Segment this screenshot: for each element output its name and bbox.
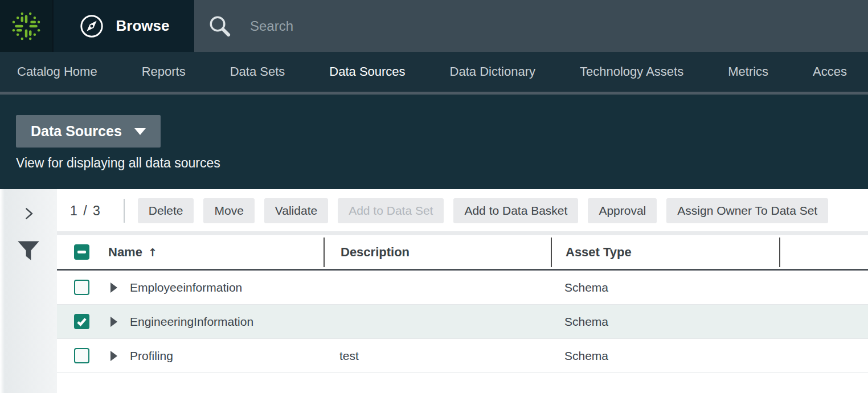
caret-down-icon bbox=[134, 128, 146, 135]
column-header-empty bbox=[779, 238, 868, 267]
app-logo[interactable] bbox=[0, 0, 52, 52]
row-asset-type: Schema bbox=[564, 315, 608, 329]
nav-item-reports[interactable]: Reports bbox=[142, 52, 186, 92]
column-header-name[interactable]: Name ↑ bbox=[108, 245, 324, 260]
filter-button[interactable] bbox=[17, 240, 40, 262]
sidebar-expand-button[interactable] bbox=[21, 206, 36, 221]
indeterminate-icon bbox=[77, 251, 86, 253]
nav-item-data-sets[interactable]: Data Sets bbox=[230, 52, 285, 92]
add-to-data-set-button: Add to Data Set bbox=[338, 198, 444, 223]
bulk-action-toolbar: 1 / 3 DeleteMoveValidateAdd to Data SetA… bbox=[70, 198, 868, 223]
row-checkbox[interactable] bbox=[74, 280, 89, 295]
add-to-data-basket-button[interactable]: Add to Data Basket bbox=[453, 198, 578, 223]
nav-item-data-dictionary[interactable]: Data Dictionary bbox=[450, 52, 535, 92]
data-sources-panel: 1 / 3 DeleteMoveValidateAdd to Data SetA… bbox=[57, 189, 868, 393]
sort-asc-icon: ↑ bbox=[148, 246, 157, 259]
content-area: 1 / 3 DeleteMoveValidateAdd to Data SetA… bbox=[0, 189, 868, 393]
nav-item-acces[interactable]: Acces bbox=[813, 52, 847, 92]
assign-owner-to-data-set-button[interactable]: Assign Owner To Data Set bbox=[666, 198, 828, 223]
triangle-right-icon[interactable] bbox=[110, 283, 117, 293]
row-description: test bbox=[339, 349, 359, 363]
row-name[interactable]: EngineeringInformation bbox=[130, 315, 253, 329]
row-name[interactable]: Employeeinformation bbox=[130, 281, 242, 294]
check-icon bbox=[76, 316, 88, 328]
triangle-right-icon[interactable] bbox=[110, 317, 117, 327]
column-header-description[interactable]: Description bbox=[324, 238, 551, 267]
nav-item-metrics[interactable]: Metrics bbox=[728, 52, 768, 92]
browse-button[interactable]: Browse bbox=[52, 0, 194, 52]
browse-label: Browse bbox=[116, 17, 170, 35]
approval-button[interactable]: Approval bbox=[588, 198, 657, 223]
delete-button[interactable]: Delete bbox=[138, 198, 194, 223]
row-checkbox[interactable] bbox=[74, 348, 89, 363]
compass-icon bbox=[79, 13, 105, 39]
primary-nav: Catalog HomeReportsData SetsData Sources… bbox=[0, 52, 868, 95]
select-all-checkbox[interactable] bbox=[74, 244, 89, 260]
view-selector-button[interactable]: Data Sources bbox=[16, 115, 161, 148]
funnel-icon bbox=[17, 240, 40, 262]
row-asset-type: Schema bbox=[564, 281, 608, 294]
view-description: View for displaying all data sources bbox=[16, 155, 868, 171]
table-scroll-track bbox=[57, 231, 868, 235]
table-body: Employeeinformation Schema EngineeringIn… bbox=[57, 271, 868, 373]
table-row[interactable]: Profiling test Schema bbox=[57, 339, 868, 373]
nav-item-catalog-home[interactable]: Catalog Home bbox=[17, 52, 97, 92]
chevron-right-icon bbox=[21, 206, 36, 221]
page-indicator: 1 / 3 bbox=[70, 203, 101, 219]
move-button[interactable]: Move bbox=[203, 198, 254, 223]
row-name[interactable]: Profiling bbox=[130, 349, 173, 363]
search-input[interactable] bbox=[250, 18, 868, 34]
view-selector-label: Data Sources bbox=[31, 123, 122, 140]
search-icon bbox=[208, 14, 232, 38]
logo-icon bbox=[11, 11, 42, 42]
nav-item-data-sources[interactable]: Data Sources bbox=[329, 52, 405, 92]
table-row[interactable]: Employeeinformation Schema bbox=[57, 271, 868, 305]
triangle-right-icon[interactable] bbox=[110, 351, 117, 361]
row-checkbox[interactable] bbox=[74, 314, 89, 329]
topbar: Browse bbox=[0, 0, 868, 52]
view-header: Data Sources View for displaying all dat… bbox=[0, 95, 868, 189]
row-asset-type: Schema bbox=[564, 349, 608, 363]
validate-button[interactable]: Validate bbox=[264, 198, 328, 223]
nav-item-technology-assets[interactable]: Technology Assets bbox=[580, 52, 683, 92]
column-header-asset-type[interactable]: Asset Type bbox=[551, 238, 779, 267]
filter-sidebar bbox=[0, 189, 57, 393]
toolbar-divider bbox=[124, 199, 125, 223]
table-header: Name ↑ Description Asset Type bbox=[57, 235, 868, 271]
table-row[interactable]: EngineeringInformation Schema bbox=[57, 305, 868, 339]
search-bar[interactable] bbox=[194, 0, 868, 52]
